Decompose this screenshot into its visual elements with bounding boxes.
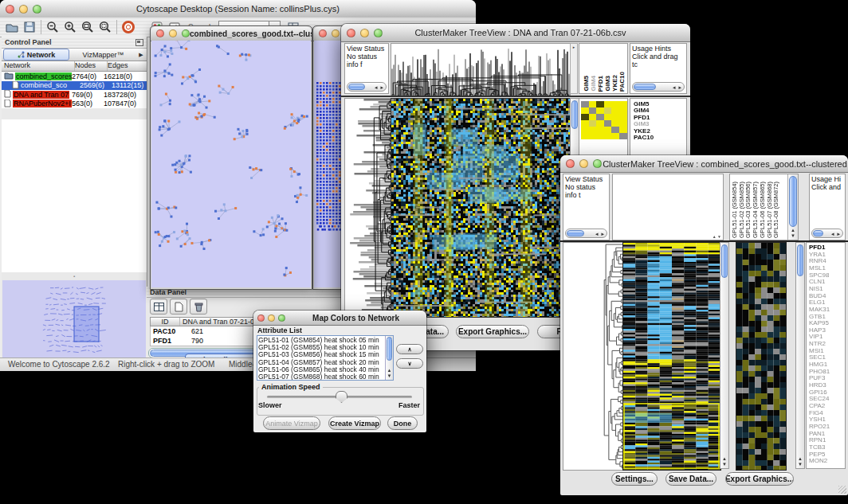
tv2-labels-vscrollbar[interactable]: ▲ ▼ bbox=[787, 174, 798, 240]
gene-label[interactable]: GPI16 bbox=[809, 389, 827, 396]
move-up-button[interactable]: ∧ bbox=[396, 344, 423, 354]
close-button[interactable] bbox=[6, 5, 14, 14]
minimize-button[interactable] bbox=[169, 29, 177, 37]
select-attributes-icon[interactable] bbox=[150, 299, 167, 315]
network-list-row[interactable]: DNA and Tran 07769(0)183728(0) bbox=[2, 90, 147, 100]
tv1-splitter[interactable]: ▸ bbox=[570, 43, 578, 94]
gene-label[interactable]: FIG4 bbox=[809, 409, 823, 416]
gene-label[interactable]: GTB1 bbox=[809, 313, 826, 320]
zoom-out-icon[interactable] bbox=[44, 19, 61, 35]
gene-label[interactable]: NIS1 bbox=[809, 285, 823, 292]
gene-label[interactable]: HMG1 bbox=[809, 361, 827, 368]
export-graphics-button[interactable]: Export Graphics... bbox=[725, 472, 794, 486]
attribute-list-item[interactable]: GPL51-01 (GSM854) heat shock 05 min bbox=[258, 337, 384, 344]
zoom-in-icon[interactable] bbox=[61, 19, 79, 35]
gene-label[interactable]: YSH1 bbox=[809, 416, 826, 423]
dialog-title-bar[interactable]: Map Colors to Network bbox=[253, 311, 426, 326]
attribute-list-vscrollbar[interactable]: ▲ ▼ bbox=[385, 336, 393, 380]
tab-overflow-arrow[interactable]: ▶ bbox=[135, 52, 147, 58]
gene-label[interactable]: HAP3 bbox=[809, 326, 826, 334]
tv2-heatmap[interactable] bbox=[622, 242, 721, 471]
treeview2-title-bar[interactable]: ClusterMaker TreeView : combined_scores_… bbox=[560, 155, 848, 173]
gene-label[interactable]: RPN1 bbox=[809, 436, 826, 443]
resize-grip[interactable] bbox=[838, 486, 846, 494]
save-data-button[interactable]: Save Data... bbox=[665, 472, 716, 486]
zoom-selected-icon[interactable] bbox=[96, 19, 114, 35]
tv1-row-label[interactable]: PAC10 bbox=[634, 134, 654, 141]
network-list-row[interactable]: combined_scores2764(0)16218(0) bbox=[2, 72, 147, 81]
done-button[interactable]: Done bbox=[387, 416, 418, 430]
zoom-button[interactable] bbox=[593, 159, 602, 168]
zoom-fit-icon[interactable] bbox=[79, 19, 96, 35]
gene-label[interactable]: PUF3 bbox=[809, 374, 825, 381]
tv2-global-heatmap[interactable] bbox=[736, 242, 787, 471]
gene-label[interactable]: PEP5 bbox=[809, 451, 825, 458]
tv2-row-dendrogram[interactable] bbox=[563, 242, 624, 471]
gene-label[interactable]: PAN1 bbox=[809, 430, 825, 437]
tv2-heatmap-vscrollbar[interactable]: ▲ ▼ bbox=[720, 242, 729, 469]
zoom-button[interactable] bbox=[278, 315, 285, 322]
close-button[interactable] bbox=[156, 29, 164, 37]
delete-attribute-icon[interactable] bbox=[190, 299, 207, 315]
attribute-list-item[interactable]: GPL51-04 (GSM857) heat shock 20 min bbox=[258, 359, 384, 366]
network-canvas-1[interactable] bbox=[151, 41, 311, 287]
gene-label[interactable]: CPA2 bbox=[809, 402, 825, 409]
treeview1-title-bar[interactable]: ClusterMaker TreeView : DNA and Tran 07-… bbox=[341, 24, 690, 42]
gene-label[interactable]: MAK31 bbox=[809, 306, 830, 313]
minimize-button[interactable] bbox=[332, 29, 340, 37]
zoom-button[interactable] bbox=[374, 29, 383, 37]
minimize-button[interactable] bbox=[19, 5, 28, 14]
network-list-row[interactable]: RNAPuberNov2+I563(0)107847(0) bbox=[2, 100, 147, 109]
gene-label[interactable]: RNR4 bbox=[809, 257, 826, 264]
tv2-global-vscrollbar[interactable]: ▲ ▼ bbox=[795, 242, 805, 469]
gene-label[interactable]: CLN1 bbox=[809, 278, 825, 285]
main-title-bar[interactable]: Cytoscape Desktop (Session Name: collins… bbox=[0, 0, 476, 18]
tv1-global-matrix[interactable] bbox=[581, 101, 627, 139]
gene-label[interactable]: HRD3 bbox=[809, 381, 826, 389]
close-button[interactable] bbox=[566, 159, 575, 168]
settings-button[interactable]: Settings... bbox=[611, 472, 658, 486]
create-vizmap-button[interactable]: Create Vizmap bbox=[328, 416, 381, 430]
tv1-heatmap[interactable] bbox=[391, 98, 571, 318]
minimize-button[interactable] bbox=[360, 29, 369, 37]
move-down-button[interactable]: ∨ bbox=[396, 358, 423, 369]
attribute-list-item[interactable]: GPL51-02 (GSM855) heat shock 10 min bbox=[258, 344, 384, 351]
gene-label[interactable]: SPC98 bbox=[809, 272, 829, 279]
attribute-list-item[interactable]: GPL51-06 (GSM865) heat shock 40 min bbox=[258, 366, 384, 373]
tv1-hints-hscrollbar[interactable]: ◂ ▸ bbox=[632, 82, 685, 92]
save-session-icon[interactable] bbox=[21, 19, 38, 35]
zoom-button[interactable] bbox=[33, 5, 41, 14]
network-overview-thumbnail[interactable] bbox=[2, 280, 146, 358]
attribute-list-item[interactable]: GPL51-03 (GSM856) heat shock 15 min bbox=[258, 351, 384, 358]
tv2-status-hscrollbar[interactable]: ◂ ▸ bbox=[565, 229, 607, 238]
close-button[interactable] bbox=[347, 29, 355, 37]
close-button[interactable] bbox=[319, 29, 327, 37]
gene-label[interactable]: MSL1 bbox=[809, 264, 826, 272]
gene-label[interactable]: MSI1 bbox=[809, 347, 824, 354]
tv1-status-hscrollbar[interactable]: ◂ ▸ bbox=[347, 82, 387, 92]
tab-network[interactable]: Network bbox=[3, 49, 69, 61]
minimize-button[interactable] bbox=[579, 159, 588, 168]
gene-label[interactable]: YRA1 bbox=[809, 251, 826, 258]
help-lifering-icon[interactable] bbox=[120, 19, 137, 35]
tv1-row-dendrogram[interactable] bbox=[344, 98, 392, 318]
gene-label[interactable]: VIP1 bbox=[809, 333, 822, 340]
tv1-column-dendrogram[interactable] bbox=[391, 43, 571, 97]
gene-label[interactable]: SEC1 bbox=[809, 354, 826, 361]
gene-label[interactable]: ELG1 bbox=[809, 299, 825, 306]
close-button[interactable] bbox=[257, 315, 265, 322]
gene-label[interactable]: MON2 bbox=[809, 457, 827, 464]
tv2-colarea-arrows[interactable]: ▲ ▼ bbox=[713, 234, 721, 239]
gene-label[interactable]: SEC24 bbox=[809, 395, 829, 402]
gene-label[interactable]: PHO81 bbox=[809, 368, 830, 375]
gene-label[interactable]: BUD4 bbox=[809, 292, 826, 299]
tv2-hints-hscrollbar[interactable]: ◂ ▸ bbox=[811, 229, 843, 238]
gene-label[interactable]: TCB3 bbox=[809, 443, 825, 451]
gene-label[interactable]: KAP95 bbox=[809, 319, 829, 326]
gene-label[interactable]: RPO21 bbox=[809, 423, 830, 430]
zoom-button[interactable] bbox=[182, 29, 190, 37]
gene-label[interactable]: PFD1 bbox=[809, 244, 825, 251]
tab-vizmapper[interactable]: VizMapper™ bbox=[71, 51, 135, 59]
gene-label[interactable]: NTR2 bbox=[809, 340, 826, 347]
animate-vizmap-button[interactable]: Animate Vizmap bbox=[263, 416, 320, 430]
